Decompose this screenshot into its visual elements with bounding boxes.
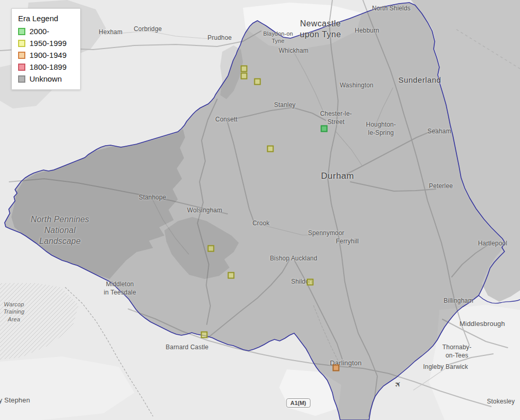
road-shield-a1m: A1(M) xyxy=(286,398,311,408)
era-marker-1950-1999[interactable] xyxy=(228,272,235,279)
legend-swatch-1800-1899 xyxy=(18,64,25,71)
map-canvas[interactable]: North ShieldsNewcastle upon TyneHebburnB… xyxy=(0,0,520,420)
legend-item-Unknown: Unknown xyxy=(18,74,73,83)
legend-items: 2000-1950-19991900-19491800-1899Unknown xyxy=(18,27,73,83)
era-marker-1950-1999[interactable] xyxy=(241,73,248,80)
legend-item-label: 2000- xyxy=(29,27,49,36)
legend-swatch-Unknown xyxy=(18,75,25,83)
legend-item-1800-1899: 1800-1899 xyxy=(18,63,73,71)
legend-title: Era Legend xyxy=(18,14,73,23)
era-marker-2000-[interactable] xyxy=(321,126,328,132)
legend-item-2000-: 2000- xyxy=(18,27,73,36)
era-marker-1950-1999[interactable] xyxy=(254,79,261,85)
era-marker-1950-1999[interactable] xyxy=(201,332,208,338)
legend-item-label: 1950-1999 xyxy=(29,39,67,48)
era-marker-1900-1949[interactable] xyxy=(333,365,340,371)
legend-item-1900-1949: 1900-1949 xyxy=(18,51,73,59)
legend-item-label: Unknown xyxy=(29,74,62,83)
legend-swatch-2000- xyxy=(18,28,25,35)
era-marker-1950-1999[interactable] xyxy=(307,279,314,286)
legend-item-label: 1800-1899 xyxy=(29,63,67,71)
legend-swatch-1900-1949 xyxy=(18,52,25,59)
era-marker-1950-1999[interactable] xyxy=(267,146,274,152)
era-marker-1950-1999[interactable] xyxy=(208,245,215,252)
legend-item-1950-1999: 1950-1999 xyxy=(18,39,73,48)
legend-swatch-1950-1999 xyxy=(18,40,25,47)
era-legend: Era Legend 2000-1950-19991900-19491800-1… xyxy=(11,8,81,90)
era-marker-1950-1999[interactable] xyxy=(241,66,248,72)
legend-item-label: 1900-1949 xyxy=(29,51,67,59)
